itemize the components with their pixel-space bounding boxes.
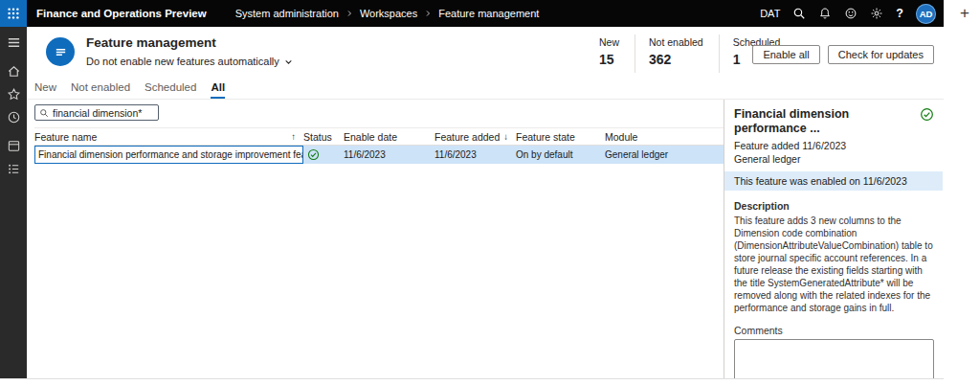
new-tab-plus-button[interactable]: + <box>955 4 974 23</box>
top-navigation-bar: Finance and Operations Preview System ad… <box>0 0 944 27</box>
description-text: This feature adds 3 new columns to the D… <box>724 215 943 314</box>
enabled-banner: This feature was enabled on 11/6/2023 <box>724 171 943 191</box>
breadcrumb: System administration Workspaces Feature… <box>235 8 540 19</box>
feedback-smiley-icon[interactable] <box>844 7 858 20</box>
topbar-actions: DAT ? AD <box>760 4 944 24</box>
left-navigation-rail <box>0 27 27 378</box>
app-window: Finance and Operations Preview System ad… <box>0 0 980 385</box>
breadcrumb-chevron-icon <box>345 10 353 17</box>
settings-gear-icon[interactable] <box>870 7 883 20</box>
auto-enable-dropdown[interactable]: Do not enable new features automatically <box>86 56 293 67</box>
grid-header-row: Feature name ↑ Status Enable date Featur… <box>34 127 724 146</box>
environment-label[interactable]: DAT <box>760 8 780 19</box>
panel-module: General ledger <box>724 152 943 166</box>
feature-added-cell: 11/6/2023 <box>434 149 516 160</box>
menu-hamburger-icon[interactable] <box>6 34 21 50</box>
enable-all-button[interactable]: Enable all <box>752 45 819 64</box>
app-title[interactable]: Finance and Operations Preview <box>36 8 207 19</box>
search-icon[interactable] <box>792 7 806 20</box>
column-header-feature-name[interactable]: Feature name ↑ <box>34 131 303 143</box>
breadcrumb-feature-management[interactable]: Feature management <box>438 8 539 19</box>
help-icon[interactable]: ? <box>896 7 903 20</box>
workspace-header: Feature management Do not enable new fea… <box>27 27 944 79</box>
filter-search-icon <box>39 108 49 118</box>
status-enabled-check-icon <box>307 148 320 161</box>
stat-not-enabled: Not enabled 362 <box>635 34 719 73</box>
module-cell: General ledger <box>605 149 724 160</box>
stat-new: New 15 <box>599 34 635 73</box>
panel-title-row: Financial dimension performance ... <box>724 100 943 139</box>
feature-name-filter <box>34 104 159 121</box>
modules-list-icon[interactable] <box>6 161 21 176</box>
status-cell <box>303 148 344 161</box>
table-row[interactable]: Financial dimension performance and stor… <box>34 146 724 164</box>
breadcrumb-workspaces[interactable]: Workspaces <box>360 8 417 19</box>
tab-all[interactable]: All <box>211 81 225 99</box>
stat-label: Not enabled <box>649 36 703 48</box>
feature-management-badge-icon <box>46 37 75 66</box>
check-for-updates-button[interactable]: Check for updates <box>828 45 934 64</box>
filter-input[interactable] <box>53 107 154 119</box>
panel-feature-added: Feature added 11/6/2023 <box>724 139 943 152</box>
tab-scheduled[interactable]: Scheduled <box>145 81 196 99</box>
header-actions: Enable all Check for updates <box>752 45 934 64</box>
stat-label: New <box>599 36 619 48</box>
tab-not-enabled[interactable]: Not enabled <box>71 81 130 99</box>
column-header-feature-added[interactable]: Feature added ↓ <box>434 131 516 143</box>
waffle-grid-icon <box>7 7 20 20</box>
stat-value: 362 <box>649 52 703 67</box>
feature-state-cell: On by default <box>516 149 605 160</box>
column-header-feature-state[interactable]: Feature state <box>516 131 605 143</box>
account-avatar[interactable]: AD <box>916 4 936 24</box>
sort-ascending-icon: ↑ <box>291 131 296 142</box>
enable-date-cell: 11/6/2023 <box>344 149 434 160</box>
home-icon[interactable] <box>6 63 21 79</box>
description-label: Description <box>724 191 943 215</box>
sort-descending-icon: ↓ <box>503 131 508 142</box>
panel-title: Financial dimension performance ... <box>734 107 920 136</box>
bottom-border <box>0 378 944 379</box>
breadcrumb-system-administration[interactable]: System administration <box>235 8 339 19</box>
page-title: Feature management <box>86 35 216 50</box>
auto-enable-dropdown-label: Do not enable new features automatically <box>86 56 279 67</box>
feature-filter-tabs: New Not enabled Scheduled All <box>34 81 225 99</box>
feature-name-cell[interactable]: Financial dimension performance and stor… <box>34 146 303 164</box>
features-grid: Feature name ↑ Status Enable date Featur… <box>34 127 724 164</box>
notifications-bell-icon[interactable] <box>818 7 832 20</box>
column-header-status[interactable]: Status <box>303 131 344 143</box>
comments-input[interactable] <box>734 339 934 378</box>
chevron-down-icon <box>284 57 293 66</box>
comments-label: Comments <box>724 314 943 339</box>
panel-enabled-check-icon <box>920 107 934 122</box>
favorites-star-icon[interactable] <box>6 86 21 102</box>
breadcrumb-chevron-icon <box>424 10 432 17</box>
workspaces-icon[interactable] <box>6 138 21 153</box>
app-launcher-icon[interactable] <box>0 0 27 27</box>
feature-details-panel: Financial dimension performance ... Feat… <box>724 100 943 378</box>
column-header-enable-date[interactable]: Enable date <box>344 131 434 143</box>
column-header-module[interactable]: Module <box>605 131 724 143</box>
tab-new[interactable]: New <box>34 81 56 99</box>
stat-value: 15 <box>599 52 619 67</box>
recent-clock-icon[interactable] <box>6 109 21 125</box>
